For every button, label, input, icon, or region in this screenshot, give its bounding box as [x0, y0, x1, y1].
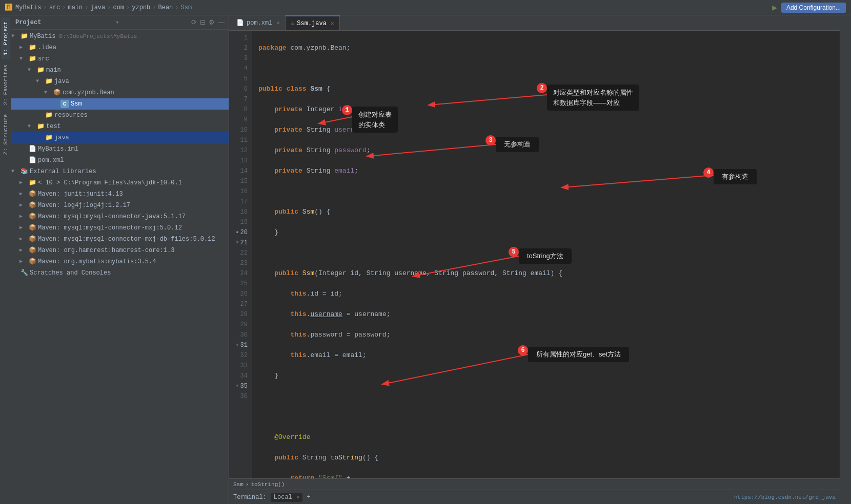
tree-item-idea[interactable]: ▶ 📁 .idea	[11, 42, 229, 53]
tab-bar: 📄 pom.xml ✕ ☕ Ssm.java ✕	[229, 15, 840, 31]
arrow-package: ▼	[44, 88, 52, 98]
bc-bean[interactable]: Bean	[158, 4, 173, 11]
ln-2: 2	[229, 43, 252, 53]
tab-ssm[interactable]: ☕ Ssm.java ✕	[286, 15, 339, 30]
icon-mysql2: 📦	[28, 223, 37, 233]
label-pom: pom.xml	[37, 155, 229, 165]
icon-test: 📁	[36, 121, 45, 132]
mybatis-logo: 🅱	[5, 4, 12, 12]
ln-19: 19	[229, 217, 252, 227]
ln-21: ▼21	[229, 238, 252, 248]
project-tree: ▼ 📁 MyBatis D:\IdeaProjects\MyBatis ▶ 📁 …	[11, 30, 229, 504]
tree-item-java[interactable]: ▼ 📁 java	[11, 76, 229, 87]
ln-27: 27	[229, 299, 252, 309]
label-log4j: Maven: log4j:log4j:1.2.17	[37, 200, 229, 211]
arrow-test: ▼	[28, 121, 36, 132]
right-side-tabs	[840, 15, 851, 504]
tree-item-iml[interactable]: 📄 MyBatis.iml	[11, 143, 229, 155]
panel-header: Project ▾ ⟳ ⊟ ⚙ —	[11, 15, 229, 30]
tree-item-package[interactable]: ▼ 📦 com.yzpnb.Bean	[11, 87, 229, 98]
collapse-button[interactable]: ⊟	[200, 18, 206, 26]
bc-java[interactable]: java	[90, 4, 105, 11]
tree-item-test-java[interactable]: 📁 java	[11, 132, 229, 143]
side-tab-structure[interactable]: Z: Structure	[1, 110, 10, 159]
ln-14: 14	[229, 166, 252, 176]
icon-jdk: 📁	[28, 178, 37, 188]
tree-item-scratches[interactable]: 🔧 Scratches and Consoles	[11, 267, 229, 279]
bc-yzpnb[interactable]: yzpnb	[132, 4, 150, 11]
icon-idea: 📁	[28, 43, 37, 53]
side-tab-project[interactable]: 1: Project	[1, 17, 10, 59]
icon-resources: 📁	[44, 110, 53, 120]
code-view[interactable]: package com.yzpnb.Bean; public class Ssm…	[252, 31, 840, 478]
code-line-1: package com.yzpnb.Bean;	[258, 43, 840, 53]
tree-item-mysql2[interactable]: ▶ 📦 Maven: mysql:mysql-connector-mxj:5.0…	[11, 222, 229, 234]
add-config-button[interactable]: Add Configuration...	[781, 3, 846, 13]
ln-25: 25	[229, 279, 252, 289]
tree-item-log4j[interactable]: ▶ 📦 Maven: log4j:log4j:1.2.17	[11, 200, 229, 211]
code-line-22: return "Ssm{" +	[258, 473, 840, 478]
tree-item-jdk[interactable]: ▶ 📁 < 10 > C:\Program Files\Java\jdk-10.…	[11, 177, 229, 188]
tree-item-mybatis[interactable]: ▼ 📁 MyBatis D:\IdeaProjects\MyBatis	[11, 31, 229, 42]
terminal-add-button[interactable]: +	[307, 494, 310, 501]
tree-item-ext-libs[interactable]: ▼ 📚 External Libraries	[11, 166, 229, 177]
code-line-3: public class Ssm {	[258, 84, 840, 94]
terminal-close-icon[interactable]: ✕	[296, 494, 300, 500]
arrow-idea: ▶	[19, 43, 28, 53]
tree-item-main[interactable]: ▼ 📁 main	[11, 65, 229, 76]
sync-button[interactable]: ⟳	[191, 18, 197, 26]
tree-item-pom[interactable]: 📄 pom.xml	[11, 155, 229, 166]
side-tab-favorites[interactable]: 2: Favorites	[1, 60, 10, 109]
icon-mybatis-lib: 📦	[28, 257, 37, 267]
tab-close-ssm[interactable]: ✕	[331, 20, 334, 27]
tab-close-pom[interactable]: ✕	[276, 19, 280, 26]
icon-src: 📁	[28, 54, 37, 64]
tree-item-resources[interactable]: 📁 resources	[11, 110, 229, 121]
bc-ssm[interactable]: Ssm	[181, 4, 192, 11]
minimize-button[interactable]: —	[218, 18, 225, 26]
bc-src[interactable]: src	[49, 4, 60, 11]
terminal-local-label: Local	[274, 494, 292, 501]
label-package: com.yzpnb.Bean	[62, 88, 229, 98]
tree-item-test[interactable]: ▼ 📁 test	[11, 121, 229, 132]
label-iml: MyBatis.iml	[37, 144, 229, 154]
arrow-mysql1: ▶	[19, 212, 28, 222]
bc-bottom-ssm[interactable]: Ssm	[233, 481, 244, 488]
tab-pom[interactable]: 📄 pom.xml ✕	[231, 15, 286, 30]
bc-mybatis[interactable]: MyBatis	[15, 4, 41, 11]
arrow-mysql2: ▶	[19, 223, 28, 233]
tree-item-mybatis-lib[interactable]: ▶ 📦 Maven: org.mybatis:mybatis:3.5.4	[11, 256, 229, 267]
title-bar-left: 🅱 MyBatis › src › main › java › com › yz…	[5, 4, 772, 12]
ln-15: 15	[229, 176, 252, 186]
tree-item-mysql3[interactable]: ▶ 📦 Maven: mysql:mysql-connector-mxj-db-…	[11, 234, 229, 245]
icon-hamcrest: 📦	[28, 245, 37, 256]
tree-item-junit[interactable]: ▶ 📦 Maven: junit:junit:4.13	[11, 188, 229, 200]
ln-36: 36	[229, 391, 252, 402]
ln-1: 1	[229, 33, 252, 43]
arrow-hamcrest: ▶	[19, 245, 28, 256]
ln-30: 30	[229, 330, 252, 340]
label-java: java	[53, 76, 229, 87]
bc-main[interactable]: main	[68, 4, 83, 11]
ln-23: 23	[229, 258, 252, 268]
tab-icon-pom: 📄	[236, 19, 244, 27]
tree-item-src[interactable]: ▼ 📁 src	[11, 53, 229, 65]
code-line-9: public Ssm() {	[258, 207, 840, 217]
panel-actions: ⟳ ⊟ ⚙ —	[191, 18, 225, 26]
terminal-tab-local[interactable]: Local ✕	[271, 493, 303, 502]
tree-item-hamcrest[interactable]: ▶ 📦 Maven: org.hamcrest:hamcrest-core:1.…	[11, 245, 229, 256]
title-bar: 🅱 MyBatis › src › main › java › com › yz…	[0, 0, 851, 15]
icon-scratches: 🔧	[19, 268, 29, 278]
bc-com[interactable]: com	[113, 4, 124, 11]
arrow-junit: ▶	[19, 189, 28, 199]
tree-item-ssm[interactable]: C Ssm	[11, 98, 229, 110]
icon-java: 📁	[44, 76, 53, 87]
status-url: https://blog.csdn.net/grd_java	[734, 494, 836, 500]
bc-bottom-tostring[interactable]: toString()	[251, 481, 285, 488]
code-line-21: public String toString() {	[258, 453, 840, 463]
code-line-6: private String password;	[258, 145, 840, 156]
tree-item-mysql1[interactable]: ▶ 📦 Maven: mysql:mysql-connector-java:5.…	[11, 211, 229, 222]
icon-package: 📦	[52, 88, 62, 98]
label-idea: .idea	[37, 43, 229, 53]
settings-button[interactable]: ⚙	[209, 18, 215, 26]
